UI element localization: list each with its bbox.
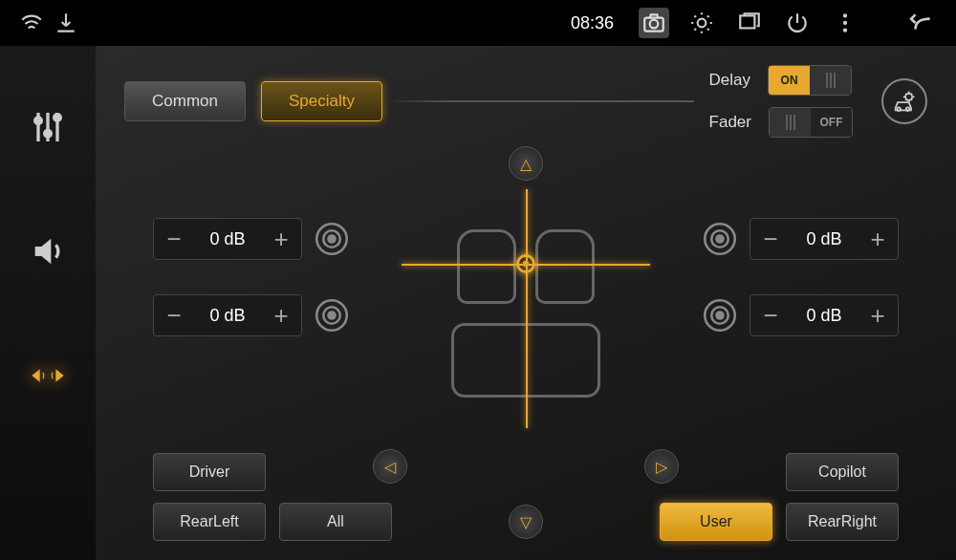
rr-minus[interactable]: − [750,295,791,335]
preset-rearleft[interactable]: RearLeft [153,503,266,541]
crosshair-v [526,189,528,428]
speaker-rl: −0 dB+ [153,294,352,336]
seat-fl [457,229,516,304]
svg-point-1 [650,20,659,29]
fr-minus[interactable]: − [750,219,791,259]
delay-label: Delay [709,71,750,90]
menu-dots-icon[interactable] [830,8,860,38]
windows-icon[interactable] [734,8,765,38]
content-panel: Common Specialty Delay ON Fader [96,46,956,560]
preset-driver[interactable]: Driver [153,453,266,491]
fl-plus[interactable]: + [261,219,301,259]
sidebar [0,46,96,560]
rl-value: 0 dB [194,306,261,326]
fader-toggle[interactable]: OFF [769,107,853,138]
delay-toggle[interactable]: ON [768,65,852,96]
car-settings-button[interactable] [881,78,927,124]
tab-common[interactable]: Common [124,81,246,121]
fl-minus[interactable]: − [154,219,194,259]
speaker-fl: −0 dB+ [153,218,352,260]
svg-point-6 [843,28,847,32]
svg-point-15 [329,236,336,243]
rl-minus[interactable]: − [154,295,194,335]
status-left [19,11,78,35]
speaker-icon [700,295,740,335]
svg-point-24 [717,312,724,319]
speaker-icon [700,219,740,259]
fr-plus[interactable]: + [858,219,898,259]
crosshair-center[interactable] [516,254,535,273]
svg-rect-3 [740,15,754,28]
speaker-icon [312,295,352,335]
seat-diagram[interactable] [411,189,641,419]
sidebar-volume[interactable] [24,227,72,275]
preset-row: Driver RearLeft All Copilot User RearRig… [153,453,899,541]
arrow-up[interactable]: △ [509,146,543,181]
fr-value: 0 dB [791,229,858,249]
svg-point-5 [843,21,847,25]
svg-point-7 [35,118,42,124]
seat-fr [535,229,595,304]
preset-rearright[interactable]: RearRight [786,503,899,541]
divider [388,100,694,102]
svg-point-11 [897,107,901,111]
svg-point-18 [329,312,336,319]
svg-point-12 [906,107,910,111]
camera-icon[interactable] [639,8,669,38]
svg-point-9 [54,115,61,121]
preset-all[interactable]: All [279,503,392,541]
sidebar-equalizer[interactable] [24,103,72,151]
tab-specialty[interactable]: Specialty [261,81,382,121]
status-bar: 08:36 [0,0,956,46]
status-time: 08:36 [571,13,614,33]
rl-plus[interactable]: + [261,295,301,335]
fl-value: 0 dB [194,229,261,249]
wifi-icon [19,11,44,35]
speaker-fr: −0 dB+ [700,218,899,260]
rr-value: 0 dB [791,306,858,326]
rr-plus[interactable]: + [858,295,898,335]
speaker-icon [312,219,352,259]
svg-point-8 [45,130,52,137]
svg-point-4 [843,13,847,17]
svg-point-21 [717,236,724,243]
sidebar-balance[interactable] [24,352,72,399]
preset-copilot[interactable]: Copilot [786,453,899,491]
brightness-icon[interactable] [686,8,717,38]
svg-point-2 [698,19,706,28]
speaker-rr: −0 dB+ [700,294,899,336]
download-icon [54,11,78,35]
fader-label: Fader [709,113,751,132]
preset-user[interactable]: User [660,503,772,541]
back-icon[interactable] [906,8,937,38]
power-icon[interactable] [782,8,813,38]
